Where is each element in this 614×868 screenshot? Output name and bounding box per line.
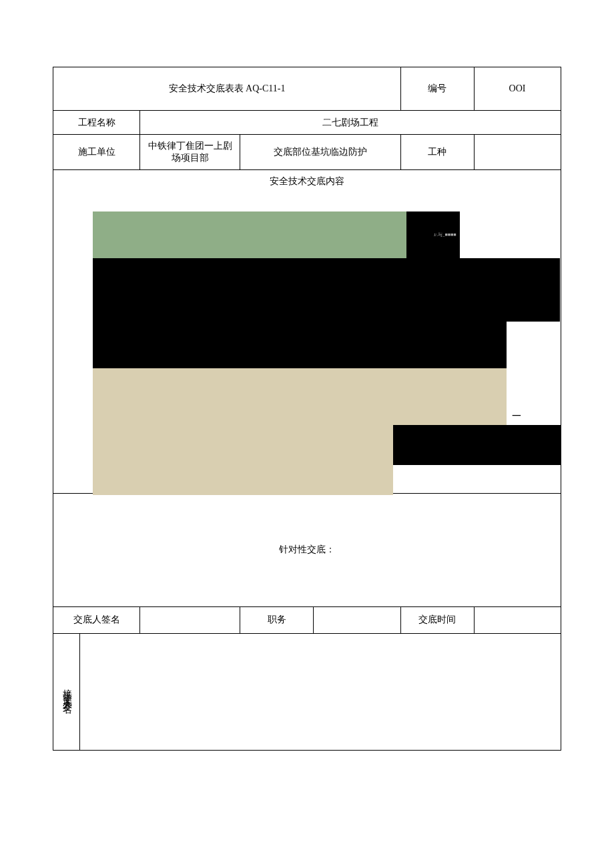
block-green xyxy=(93,211,406,258)
construction-unit-label: 施工单位 xyxy=(53,135,140,170)
form-title: 安全技术交底表表 AQ-C11-1 xyxy=(53,67,400,111)
unit-line1: 中铁律丁隹团一上剧 xyxy=(148,141,232,151)
content-inner: J/.与_■■■■ 一 xyxy=(56,198,557,488)
work-type-label: 工种 xyxy=(400,135,474,170)
safety-form-table: 安全技术交底表表 AQ-C11-1 编号 OOI 工程名称 二七剧场工程 施工单… xyxy=(53,67,561,751)
targeted-disclosure: 针对性交底： xyxy=(53,493,561,606)
dash-mark: 一 xyxy=(512,410,521,422)
block-black-small: J/.与_■■■■ xyxy=(406,211,460,258)
project-name-label: 工程名称 xyxy=(53,111,140,135)
content-header: 安全技术交底内容 xyxy=(53,170,561,193)
work-type-value xyxy=(474,135,561,170)
block-tan-2 xyxy=(93,448,393,495)
position-value[interactable] xyxy=(314,606,400,633)
disclosure-part-label-value: 交底部位基坑临边防护 xyxy=(240,135,400,170)
signer-name-value[interactable] xyxy=(140,606,240,633)
number-value: OOI xyxy=(474,67,561,111)
signer-name-label: 交底人签名 xyxy=(53,606,140,633)
content-body: J/.与_■■■■ 一 xyxy=(53,193,561,493)
construction-unit-value: 中铁律丁隹团一上剧 场项目部 xyxy=(140,135,240,170)
block-black-right xyxy=(393,425,561,465)
block-black-wide-1 xyxy=(93,258,560,322)
number-label: 编号 xyxy=(400,67,474,111)
time-value[interactable] xyxy=(474,606,561,633)
project-name-value: 二七剧场工程 xyxy=(140,111,561,135)
receiver-label: 接受交底人签名 xyxy=(59,681,74,700)
unit-line2: 场项目部 xyxy=(172,153,209,163)
position-label: 职务 xyxy=(240,606,314,633)
block-black-wide-2 xyxy=(93,322,507,368)
receiver-sign-area[interactable] xyxy=(80,633,561,750)
receiver-label-cell: 接受交底人签名 xyxy=(53,633,80,750)
time-label: 交底时间 xyxy=(400,606,474,633)
